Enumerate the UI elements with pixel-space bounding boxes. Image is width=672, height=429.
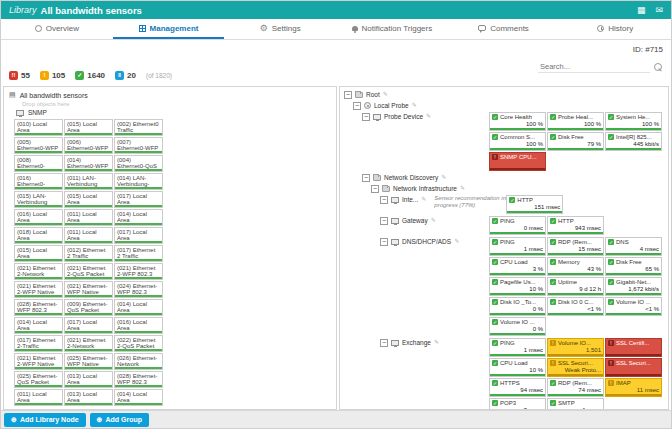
library-sensor-tile[interactable]: (024) Ethernet-WFP 802.3 — [114, 281, 163, 298]
sensor-tile[interactable]: ✓Uptime9 d 12 h — [547, 277, 604, 296]
library-sensor-tile[interactable]: (015) LAN-Verbindung — [14, 191, 63, 208]
sensor-tile[interactable]: ✓Probe Heal...100 % — [547, 112, 604, 131]
library-sensor-tile[interactable]: (025) Ethernet-QoS Packet — [14, 371, 63, 388]
library-sensor-tile[interactable]: (005) Ethernet0-WFP Native — [14, 137, 63, 154]
sensor-tile[interactable]: ✓Gigabit-Net...1,672 kbit/s — [605, 277, 662, 296]
tab-comments[interactable]: Comments — [448, 19, 560, 39]
edit-icon[interactable]: ✎ — [383, 90, 388, 99]
library-sensor-tile[interactable]: (011) Local Area — [14, 389, 63, 406]
library-sensor-tile[interactable]: (022) Ethernet 2-QoS Packet — [114, 335, 163, 352]
sensor-tile[interactable]: ✓Intel[R] 825...445 kbit/s — [605, 132, 662, 151]
expand-toggle[interactable]: − — [371, 185, 379, 193]
library-sensor-tile[interactable]: (021) Ethernet 2-QoS Packet — [64, 263, 113, 280]
count-up[interactable]: ✓1640 — [75, 71, 105, 80]
search-icon[interactable] — [654, 63, 663, 72]
count-paused[interactable]: ‖20 — [115, 71, 136, 80]
sensor-tile[interactable]: ✓Disk IO 0 C...<1 % — [547, 297, 604, 316]
tab-management[interactable]: Management — [113, 19, 225, 39]
library-sensor-tile[interactable]: (011) LAN-Verbindung — [64, 173, 113, 190]
library-sensor-tile[interactable]: (016) Local Area — [114, 317, 163, 334]
sensor-tile[interactable]: ✓CPU Load3 % — [489, 257, 546, 276]
mail-icon[interactable]: ✉ — [655, 6, 663, 15]
group-name[interactable]: Probe Device — [384, 112, 423, 121]
library-sensor-tile[interactable]: (021) Ethernet 2-WFP Native — [14, 353, 63, 370]
sensor-tile[interactable]: ✓HTTPS94 msec — [489, 378, 546, 397]
tab-settings[interactable]: Settings — [224, 19, 336, 39]
edit-icon[interactable]: ✎ — [421, 195, 426, 204]
library-sensor-tile[interactable]: (018) Local Area — [14, 227, 63, 244]
library-sensor-tile[interactable]: (021) Ethernet 2-WFP Native — [14, 281, 63, 298]
sensor-tile[interactable]: ✓PING0 msec — [489, 216, 546, 235]
library-sensor-tile[interactable]: (015) Local Area — [64, 119, 113, 136]
library-sensor-tile[interactable]: (014) Local Area — [114, 389, 163, 406]
sensor-tile[interactable]: ✓System He...100 % — [605, 112, 662, 131]
library-sensor-tile[interactable]: (014) Local Area — [114, 299, 163, 316]
expand-toggle[interactable]: − — [380, 238, 388, 246]
edit-icon[interactable]: ✎ — [426, 112, 431, 121]
sensor-tile[interactable]: !SSL Securi...Weak Proto... — [547, 358, 604, 377]
sensor-tile[interactable]: ✓RDP (Rem...15 msec — [547, 237, 604, 256]
sensor-tile[interactable]: ✓HTTP151 msec — [506, 195, 563, 214]
library-sensor-tile[interactable]: (009) Ethernet-QoS Packet — [64, 299, 113, 316]
library-sensor-tile[interactable]: (012) Ethernet 2 Traffic — [64, 245, 113, 262]
sensor-tile[interactable]: ✓Common S...100 % — [489, 132, 546, 151]
sensor-tile[interactable]: ✓Volume IO ...<1 % — [605, 297, 662, 316]
library-sensor-tile[interactable]: (021) Ethernet 2-Network — [14, 263, 63, 280]
edit-icon[interactable]: ✎ — [434, 338, 439, 347]
group-name[interactable]: Network Discovery — [384, 173, 438, 182]
sensor-tile[interactable]: ✓HTTP943 msec — [547, 216, 604, 235]
library-sensor-tile[interactable]: (002) Ethernet0 Traffic — [114, 119, 163, 136]
sensor-tile[interactable]: ✓Core Health100 % — [489, 112, 546, 131]
group-name[interactable]: Local Probe — [374, 101, 409, 110]
library-sensor-tile[interactable]: (015) Local Area — [64, 191, 113, 208]
library-sensor-tile[interactable]: (028) Ethernet-WFP 802.3 — [14, 299, 63, 316]
sensor-tile[interactable]: ✓PING1 msec — [489, 237, 546, 256]
library-sensor-tile[interactable]: (017) Local Area — [64, 317, 113, 334]
expand-toggle[interactable]: − — [344, 91, 352, 99]
library-sensor-tile[interactable]: (010) Local Area — [14, 119, 63, 136]
library-node-snmp[interactable]: SNMP — [16, 109, 331, 116]
library-sensor-tile[interactable]: (013) Local Area — [64, 371, 113, 388]
expand-toggle[interactable]: − — [362, 174, 370, 182]
group-name[interactable]: Root — [366, 90, 380, 99]
add-library-node-button[interactable]: ⊕Add Library Node — [4, 413, 86, 427]
sensor-tile[interactable]: ✓DNS4 msec — [605, 237, 662, 256]
library-sensor-tile[interactable]: (007) Ethernet0-WFP 802.3 — [114, 137, 163, 154]
sensor-tile[interactable]: ✓CPU Load10 % — [489, 358, 546, 377]
library-sensor-tile[interactable]: (017) Local Area — [114, 227, 163, 244]
group-name[interactable]: Network Infrastructure — [393, 184, 457, 193]
count-warning[interactable]: !105 — [40, 71, 65, 80]
library-sensor-tile[interactable]: (016) Ethernet0-Traffic — [14, 173, 63, 190]
group-name[interactable]: Inte... — [402, 195, 418, 204]
library-sensor-tile[interactable]: (021) Ethernet 2-Network — [64, 335, 113, 352]
sensor-tile[interactable]: ✓Disk Free79 % — [547, 132, 604, 151]
library-sensor-tile[interactable]: (017) Ethernet 2 Traffic — [114, 245, 163, 262]
edit-icon[interactable]: ✎ — [441, 173, 446, 182]
library-sensor-tile[interactable]: (013) Local Area — [64, 389, 113, 406]
library-sensor-tile[interactable]: (008) Ethernet0-Traffic — [14, 155, 63, 172]
library-sensor-tile[interactable]: (028) Ethernet-WFP 802.3 — [114, 371, 163, 388]
library-sensor-tile[interactable]: (014) Ethernet0-WFP Native — [64, 155, 113, 172]
edit-icon[interactable]: ✎ — [454, 237, 459, 246]
tab-notification-triggers[interactable]: Notification Triggers — [336, 19, 448, 39]
group-name[interactable]: Gateway — [402, 216, 428, 225]
edit-icon[interactable]: ✎ — [412, 101, 417, 110]
sensor-tile[interactable]: ✓PING1 msec — [489, 338, 546, 357]
group-name[interactable]: Exchange — [402, 338, 431, 347]
library-sensor-tile[interactable]: (021) Ethernet 2-WFP 802.3 — [114, 263, 163, 280]
library-sensor-tile[interactable]: (004) Ethernet0-QoS Packet — [114, 155, 163, 172]
expand-toggle[interactable]: − — [353, 102, 361, 110]
library-sensor-tile[interactable]: (015) Local Area — [14, 245, 63, 262]
search-input[interactable] — [538, 61, 650, 73]
sensor-tile[interactable]: ✓Disk IO _To...0 % — [489, 297, 546, 316]
library-sensor-tile[interactable]: (017) Ethernet 2-Traffic — [14, 335, 63, 352]
library-sensor-tile[interactable]: (026) Ethernet-Network — [114, 353, 163, 370]
sensor-tile[interactable]: ✓Pagefile Us...10 % — [489, 277, 546, 296]
library-sensor-tile[interactable]: (011) Local Area — [64, 227, 113, 244]
sensor-tile[interactable]: ✓POP33 msec — [489, 398, 546, 410]
library-sensor-tile[interactable]: (014) Local Area — [114, 209, 163, 226]
expand-toggle[interactable]: − — [380, 339, 388, 347]
sensor-tile[interactable]: ✓Memory43 % — [547, 257, 604, 276]
library-sensor-tile[interactable]: (021) Ethernet-WFP Native — [64, 281, 113, 298]
sensor-tile[interactable]: ✓Disk Free65 % — [605, 257, 662, 276]
